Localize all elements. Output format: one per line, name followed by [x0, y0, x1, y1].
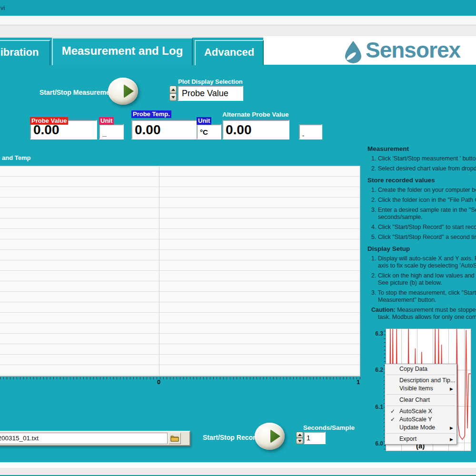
unit1-field[interactable]: _	[99, 124, 124, 139]
alternate-unit-field[interactable]: -	[299, 124, 322, 139]
start-stop-measurement-button[interactable]	[108, 78, 138, 105]
plot-display-selection-label: Plot Display Selection	[178, 78, 243, 85]
instruction-item: 1. Display will auto-scale X and Y axis.…	[371, 255, 476, 269]
plot-display-spinner	[169, 86, 177, 101]
probe-temp-label: Probe Temp.	[131, 110, 171, 118]
tab-advanced[interactable]: Advanced	[195, 40, 264, 65]
chart-context-menu: Copy Data Description and Tip... Visible…	[385, 364, 457, 445]
unit2-field[interactable]: °C	[197, 124, 221, 139]
up-arrow-icon	[298, 434, 302, 436]
play-icon	[124, 84, 134, 98]
browse-folder-button[interactable]	[169, 433, 181, 444]
plot-display-selection-dropdown[interactable]: Probe Value	[178, 86, 243, 101]
logo-panel: Sensorex	[263, 36, 476, 65]
menu-item-autoscale-x[interactable]: ✓AutoScale X	[385, 407, 456, 416]
seconds-per-sample-spinner	[296, 432, 303, 444]
instruction-item: 3. To stop the measurement, click "Start…	[371, 289, 476, 304]
seconds-per-sample-label: Seconds/Sample	[303, 424, 355, 431]
menu-separator	[386, 394, 456, 395]
caution-note: Caution: Measurement must be stopped b t…	[371, 307, 476, 321]
menu-item-autoscale-y[interactable]: ✓AutoScale Y	[385, 416, 456, 424]
x-axis-tick-label-0: 0	[157, 378, 160, 386]
down-arrow-icon	[298, 440, 302, 442]
seconds-per-sample-field[interactable]: 1	[304, 432, 326, 444]
menu-item-export[interactable]: Export▶	[385, 435, 456, 443]
unit2-label: Unit	[197, 117, 211, 125]
increment-button[interactable]	[169, 86, 177, 93]
instruction-item: 4. Click "Start/Stop Record" to start re…	[371, 224, 476, 231]
checkmark-icon: ✓	[390, 407, 395, 416]
waveform-chart[interactable]	[0, 166, 360, 377]
checkmark-icon: ✓	[390, 416, 395, 424]
play-icon	[270, 429, 280, 443]
up-arrow-icon	[171, 89, 175, 91]
sensorex-drop-icon	[343, 40, 363, 64]
probe-temp-field[interactable]: 0.00	[131, 120, 198, 139]
start-stop-record-button[interactable]	[255, 423, 285, 450]
section-title: Store recorded values	[367, 177, 476, 184]
menu-item-update-mode[interactable]: Update Mode▶	[385, 424, 456, 432]
menu-separator	[386, 433, 456, 434]
titlebar: vi	[0, 0, 476, 16]
alternate-probe-value-field[interactable]: 0.00	[222, 120, 289, 139]
increment-button[interactable]	[296, 432, 303, 438]
chart-gridline	[159, 166, 159, 376]
bottom-strip	[0, 462, 476, 468]
y-axis-tick-label: 6.1	[371, 404, 383, 410]
menu-item-clear-chart[interactable]: Clear Chart	[385, 396, 456, 404]
y-axis-tick-label: 6.3	[371, 330, 383, 337]
folder-icon	[170, 435, 179, 442]
start-stop-record-label: Start/Stop Record	[203, 434, 259, 441]
decrement-button[interactable]	[169, 93, 177, 101]
instruction-item: 1. Create the folder on your computer be…	[371, 187, 476, 194]
instruction-item: 3. Enter a desired sample rate in the "S…	[371, 207, 476, 221]
menu-item-description-and-tip[interactable]: Description and Tip...	[385, 377, 456, 385]
menu-separator	[386, 375, 456, 375]
instruction-item: 2. Click the folder icon in the "File Pa…	[371, 197, 476, 204]
file-path-control: 0200315_01.txt	[0, 431, 190, 446]
unit1-label: Unit	[99, 117, 114, 125]
logo-text: Sensorex	[366, 37, 460, 63]
submenu-arrow-icon: ▶	[450, 436, 453, 444]
submenu-arrow-icon: ▶	[450, 385, 453, 393]
app-window: vi Sensorex libration Measurement and Lo…	[0, 0, 476, 476]
section-title: Measurement	[367, 145, 476, 152]
probe-value-label: Probe Value	[30, 117, 68, 125]
menu-separator	[386, 406, 456, 406]
y-axis-tick-label: 6.2	[371, 367, 383, 373]
chart-title: and Temp	[2, 154, 30, 161]
start-stop-measurement-label: Start/Stop Measurement	[40, 89, 116, 96]
menu-strip	[0, 16, 476, 25]
file-path-input[interactable]: 0200315_01.txt	[0, 433, 168, 444]
decrement-button[interactable]	[296, 438, 303, 444]
caution-label: Caution:	[371, 307, 396, 313]
bottom-strip	[0, 468, 476, 475]
y-axis-tick-label: 6.0	[371, 440, 383, 447]
instruction-item: 5. Click "Start/Stop Record" a second ti…	[371, 234, 476, 241]
section-title: Display Setup	[367, 245, 476, 252]
menu-item-copy-data[interactable]: Copy Data	[385, 365, 456, 373]
tab-measurement-and-log[interactable]: Measurement and Log	[52, 38, 193, 65]
submenu-arrow-icon: ▶	[450, 424, 453, 432]
instruction-item: 2. Select desired chart value from dropd…	[371, 165, 476, 172]
menu-item-visible-items[interactable]: Visible Items▶	[385, 385, 456, 393]
toolbar-strip	[0, 25, 476, 38]
window-title: vi	[0, 4, 5, 11]
instruction-item: 2. Click on the high and low values and …	[371, 272, 476, 287]
instructions-panel: Measurement 1. Click 'Start/Stop measure…	[367, 141, 476, 325]
instruction-item: 1. Click 'Start/Stop measurement ' butto…	[371, 155, 476, 162]
tab-calibration[interactable]: libration	[0, 40, 50, 65]
down-arrow-icon	[171, 96, 175, 99]
x-axis-tick-label-1: 1	[357, 378, 360, 386]
alternate-probe-value-label: Alternate Probe Value	[222, 111, 289, 118]
x-axis-ticks	[0, 377, 361, 379]
